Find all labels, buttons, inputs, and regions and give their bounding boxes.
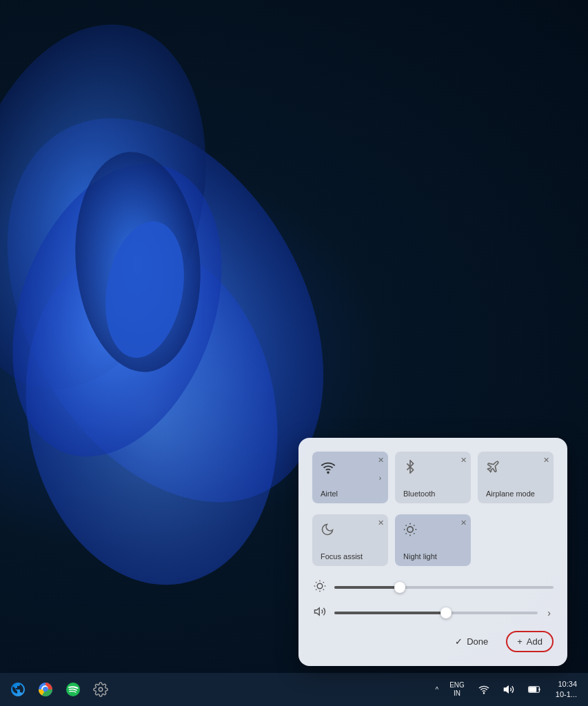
svg-rect-34 xyxy=(529,687,536,692)
svg-point-7 xyxy=(407,527,413,532)
desktop: ✕ Airtel › ✕ xyxy=(0,0,588,706)
svg-line-24 xyxy=(323,582,324,583)
add-plus-icon: + xyxy=(517,636,523,647)
panel-bottom: ✓ Done + Add xyxy=(312,631,554,652)
done-check-icon: ✓ xyxy=(455,636,463,647)
night-light-tile[interactable]: ✕ Night light xyxy=(395,514,471,566)
night-light-pin-icon[interactable]: ✕ xyxy=(460,518,467,527)
bluetooth-tile[interactable]: ✕ Bluetooth xyxy=(395,452,471,503)
language-text: ENGIN xyxy=(449,681,465,698)
svg-marker-25 xyxy=(315,608,320,616)
night-light-label: Night light xyxy=(403,552,463,561)
wifi-tile[interactable]: ✕ Airtel › xyxy=(312,452,388,503)
svg-line-15 xyxy=(414,525,414,526)
svg-line-11 xyxy=(414,533,414,534)
tiles-row2: ✕ Focus assist ✕ xyxy=(312,514,554,566)
volume-chevron-icon[interactable]: › xyxy=(545,605,554,621)
wifi-icon xyxy=(321,460,380,478)
volume-slider[interactable] xyxy=(334,612,538,614)
brightness-slider-row xyxy=(312,580,554,595)
volume-fill xyxy=(334,612,446,614)
wifi-status-icon[interactable] xyxy=(473,681,495,698)
bluetooth-icon xyxy=(403,460,463,477)
svg-point-16 xyxy=(317,583,323,589)
volume-icon xyxy=(312,605,327,621)
taskbar-clock[interactable]: 10:34 10-1... xyxy=(550,678,582,702)
svg-point-30 xyxy=(99,687,103,692)
brightness-fill xyxy=(334,586,400,589)
battery-taskbar-icon xyxy=(528,684,542,695)
clock-date: 10-1... xyxy=(556,689,577,700)
wifi-taskbar-icon xyxy=(478,684,489,695)
system-tray-chevron[interactable]: ^ xyxy=(432,683,441,696)
airplane-label: Airplane mode xyxy=(486,490,545,498)
bluetooth-label: Bluetooth xyxy=(403,490,463,498)
wifi-arrow-icon: › xyxy=(379,474,381,481)
airplane-pin-icon[interactable]: ✕ xyxy=(543,456,549,465)
wifi-label: Airtel xyxy=(321,490,380,498)
svg-line-10 xyxy=(406,525,407,526)
svg-line-19 xyxy=(316,582,316,583)
focus-pin-icon[interactable]: ✕ xyxy=(378,518,384,527)
done-label: Done xyxy=(467,636,488,647)
svg-line-23 xyxy=(316,589,316,590)
volume-slider-row: › xyxy=(312,605,554,621)
svg-point-6 xyxy=(327,472,329,473)
quick-settings-panel: ✕ Airtel › ✕ xyxy=(298,438,567,666)
tiles-row1: ✕ Airtel › ✕ xyxy=(312,452,554,503)
taskbar-spotify-icon[interactable] xyxy=(61,677,85,702)
night-light-icon xyxy=(403,523,463,540)
taskbar-edge-icon[interactable] xyxy=(6,677,30,702)
airplane-icon xyxy=(486,460,545,477)
brightness-icon xyxy=(312,580,327,595)
taskbar-chrome-icon[interactable] xyxy=(33,677,58,702)
language-indicator[interactable]: ENGIN xyxy=(444,678,470,700)
taskbar-system-area: ^ ENGIN xyxy=(432,678,582,702)
bluetooth-pin-icon[interactable]: ✕ xyxy=(460,456,467,465)
add-label: Add xyxy=(527,636,543,647)
battery-status-icon[interactable] xyxy=(523,681,547,698)
brightness-thumb[interactable] xyxy=(394,582,405,593)
svg-line-20 xyxy=(323,589,324,590)
taskbar-app-icons xyxy=(6,677,432,702)
svg-line-14 xyxy=(406,533,407,534)
clock-time: 10:34 xyxy=(558,679,577,689)
taskbar: ^ ENGIN xyxy=(0,673,588,706)
wifi-pin-icon[interactable]: ✕ xyxy=(378,456,384,465)
airplane-tile[interactable]: ✕ Airplane mode xyxy=(478,452,554,503)
volume-status-icon[interactable] xyxy=(498,681,520,698)
volume-taskbar-icon xyxy=(503,684,514,695)
focus-icon xyxy=(321,523,380,540)
svg-point-31 xyxy=(483,693,484,694)
add-button[interactable]: + Add xyxy=(506,631,554,652)
empty-tile-slot xyxy=(478,514,554,566)
done-button[interactable]: ✓ Done xyxy=(448,632,495,651)
svg-marker-32 xyxy=(504,686,508,692)
taskbar-settings-icon[interactable] xyxy=(88,677,113,702)
focus-assist-tile[interactable]: ✕ Focus assist xyxy=(312,514,388,566)
focus-label: Focus assist xyxy=(321,552,380,561)
brightness-slider[interactable] xyxy=(334,586,554,589)
volume-thumb[interactable] xyxy=(440,607,452,618)
